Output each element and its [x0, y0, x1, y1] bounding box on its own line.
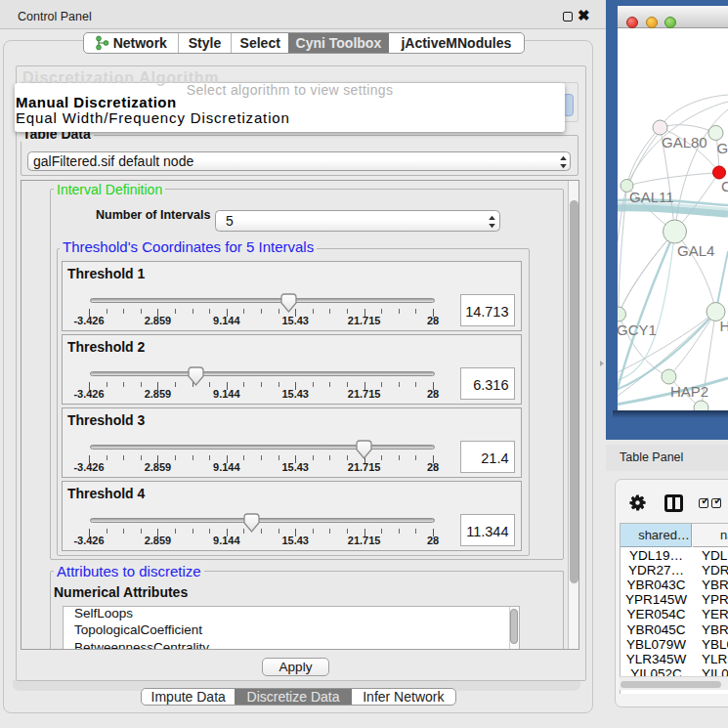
svg-text:GAL80: GAL80 [662, 134, 707, 150]
svg-text:HAP2: HAP2 [670, 383, 708, 400]
svg-text:GAL4: GAL4 [677, 242, 714, 259]
svg-text:C: C [721, 178, 728, 194]
svg-text:GAL11: GAL11 [629, 189, 674, 205]
svg-text:GCY1: GCY1 [618, 321, 657, 338]
svg-text:H: H [720, 318, 728, 334]
svg-text:GA: GA [717, 140, 728, 156]
